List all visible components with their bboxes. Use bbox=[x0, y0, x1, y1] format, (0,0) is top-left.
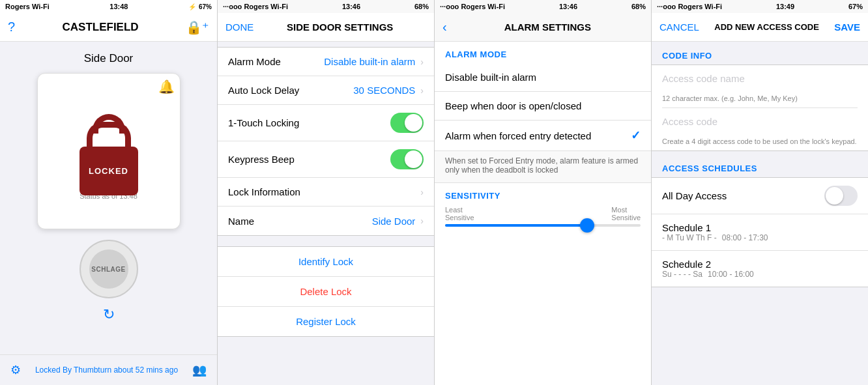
lock-content: Side Door 🔔 LOCKED Status as of 13:48 SC… bbox=[0, 42, 217, 354]
battery-1: 67% bbox=[199, 3, 212, 10]
nav-title-2: SIDE DOOR SETTINGS bbox=[253, 21, 426, 33]
nav-title-3: ALARM SETTINGS bbox=[452, 21, 643, 33]
back-button[interactable]: ‹ bbox=[442, 20, 447, 35]
sensitivity-header: SENSITIVITY bbox=[445, 191, 641, 201]
status-bar-left-1: Rogers Wi-Fi bbox=[5, 3, 50, 10]
one-touch-toggle[interactable] bbox=[390, 113, 424, 133]
time-1: 13:48 bbox=[109, 3, 128, 10]
sensitivity-most-label: MostSensitive bbox=[611, 206, 641, 221]
schedule-2-days: Su - - - - Sa bbox=[662, 270, 702, 279]
nav-title-4: ADD NEW ACCESS CODE bbox=[699, 22, 834, 32]
name-row[interactable]: Name Side Door › bbox=[218, 207, 434, 235]
lock-information-row[interactable]: Lock Information › bbox=[218, 178, 434, 207]
lock-keypad[interactable]: SCHLAGE bbox=[80, 240, 138, 298]
alarm-mode-row[interactable]: Alarm Mode Disable built-in alarm › bbox=[218, 48, 434, 76]
refresh-icon[interactable]: ↻ bbox=[103, 306, 115, 323]
alarm-note: When set to Forced Entry mode, alarm fea… bbox=[435, 151, 651, 183]
status-bar-right-1: ⚡ 67% bbox=[188, 3, 212, 10]
all-day-toggle-knob bbox=[826, 187, 843, 205]
sensitivity-slider-track bbox=[445, 224, 641, 227]
alarm-option-disable[interactable]: Disable built-in alarm bbox=[435, 63, 651, 92]
battery-2: 68% bbox=[414, 3, 429, 10]
schedule-1-info: Schedule 1 - M Tu W Th F - 08:00 - 17:30 bbox=[662, 222, 768, 242]
access-code-hint: Create a 4 digit access code to be used … bbox=[652, 135, 868, 150]
identify-lock-label: Identify Lock bbox=[298, 256, 353, 267]
identify-lock-button[interactable]: Identify Lock bbox=[218, 247, 434, 277]
auto-lock-chevron: › bbox=[420, 85, 424, 96]
lock-brand: SCHLAGE bbox=[89, 250, 128, 289]
settings-list: Alarm Mode Disable built-in alarm › Auto… bbox=[218, 47, 434, 236]
lock-state-text: LOCKED bbox=[89, 166, 128, 176]
alarm-selected-checkmark: ✓ bbox=[631, 128, 641, 143]
lock-status-text: Locked By Thumbturn about 52 mins ago bbox=[35, 365, 178, 375]
auto-lock-value: 30 SECONDS bbox=[353, 85, 415, 96]
char-max-hint: 12 character max. (e.g. John, Me, My Key… bbox=[652, 92, 868, 107]
nav-bar-3: ‹ ALARM SETTINGS bbox=[435, 13, 651, 42]
lock-body: LOCKED bbox=[80, 147, 138, 195]
code-info-header: CODE INFO bbox=[652, 42, 868, 64]
alarm-content: ALARM MODE Disable built-in alarm Beep w… bbox=[435, 42, 651, 385]
name-value: Side Door bbox=[372, 216, 416, 227]
alarm-mode-header: ALARM MODE bbox=[435, 42, 651, 63]
save-button[interactable]: SAVE bbox=[834, 21, 860, 33]
alarm-option-beep-label: Beep when door is open/closed bbox=[445, 100, 641, 111]
settings-icon[interactable]: ⚙ bbox=[10, 363, 21, 377]
carrier-3: ···ooo Rogers Wi-Fi bbox=[440, 3, 505, 10]
time-2: 13:46 bbox=[342, 3, 360, 10]
all-day-access-row[interactable]: All Day Access bbox=[652, 178, 868, 214]
schedule-1-time: 08:00 - 17:30 bbox=[722, 233, 768, 242]
add-lock-icon[interactable]: 🔒⁺ bbox=[186, 20, 209, 35]
alarm-mode-chevron: › bbox=[420, 57, 424, 67]
lock-card: 🔔 LOCKED Status as of 13:48 bbox=[37, 73, 181, 229]
alarm-option-beep[interactable]: Beep when door is open/closed bbox=[435, 92, 651, 121]
delete-lock-button[interactable]: Delete Lock bbox=[218, 277, 434, 307]
sensitivity-least-label: LeastSensitive bbox=[445, 206, 474, 221]
lock-status-panel: Rogers Wi-Fi 13:48 ⚡ 67% ? CASTLEFIELD 🔒… bbox=[0, 0, 217, 385]
access-code-name-input[interactable] bbox=[652, 65, 868, 92]
cancel-button[interactable]: CANCEL bbox=[659, 21, 699, 33]
battery-3: 68% bbox=[631, 3, 646, 10]
name-label: Name bbox=[228, 216, 372, 227]
schedule-1-row[interactable]: Schedule 1 - M Tu W Th F - 08:00 - 17:30 bbox=[652, 214, 868, 251]
lock-name: Side Door bbox=[84, 52, 134, 65]
auto-lock-label: Auto Lock Delay bbox=[228, 85, 353, 96]
nav-title-1: CASTLEFIELD bbox=[15, 21, 186, 34]
lock-information-label: Lock Information bbox=[228, 186, 420, 197]
status-bar-3: ···ooo Rogers Wi-Fi 13:46 68% bbox=[435, 0, 651, 13]
access-code-name-section: 12 character max. (e.g. John, Me, My Key… bbox=[652, 64, 868, 151]
schedule-list: All Day Access Schedule 1 - M Tu W Th F … bbox=[652, 177, 868, 287]
nav-bar-4: CANCEL ADD NEW ACCESS CODE SAVE bbox=[652, 13, 868, 42]
one-touch-label: 1-Touch Locking bbox=[228, 117, 390, 128]
access-code-input[interactable] bbox=[652, 108, 868, 135]
alarm-settings-panel: ···ooo Rogers Wi-Fi 13:46 68% ‹ ALARM SE… bbox=[434, 0, 651, 385]
alarm-option-forced[interactable]: Alarm when forced entry detected ✓ bbox=[435, 121, 651, 151]
lock-icon-container: LOCKED bbox=[66, 102, 151, 187]
people-icon[interactable]: 👥 bbox=[192, 363, 207, 377]
schedule-1-name: Schedule 1 bbox=[662, 222, 711, 233]
auto-lock-delay-row[interactable]: Auto Lock Delay 30 SECONDS › bbox=[218, 76, 434, 105]
alarm-option-disable-label: Disable built-in alarm bbox=[445, 72, 641, 83]
status-bar-4: ···ooo Rogers Wi-Fi 13:49 67% bbox=[652, 0, 868, 13]
one-touch-locking-row[interactable]: 1-Touch Locking bbox=[218, 105, 434, 141]
keypress-beep-toggle[interactable] bbox=[390, 149, 424, 169]
done-button[interactable]: DONE bbox=[225, 21, 253, 33]
status-bar-2: ···ooo Rogers Wi-Fi 13:46 68% bbox=[218, 0, 434, 13]
carrier-4: ···ooo Rogers Wi-Fi bbox=[657, 3, 722, 10]
sensitivity-labels: LeastSensitive MostSensitive bbox=[445, 206, 641, 221]
all-day-toggle[interactable] bbox=[824, 186, 858, 206]
bell-icon[interactable]: 🔔 bbox=[158, 79, 175, 94]
register-lock-button[interactable]: Register Lock bbox=[218, 307, 434, 336]
register-lock-label: Register Lock bbox=[296, 316, 356, 327]
schedule-2-row[interactable]: Schedule 2 Su - - - - Sa 10:00 - 16:00 bbox=[652, 251, 868, 287]
schedules-header: ACCESS SCHEDULES bbox=[652, 157, 868, 177]
bluetooth-icon-1: ⚡ bbox=[188, 3, 196, 10]
battery-4: 67% bbox=[848, 3, 863, 10]
schedule-1-days: - M Tu W Th F - bbox=[662, 233, 717, 242]
schedule-2-info: Schedule 2 Su - - - - Sa 10:00 - 16:00 bbox=[662, 259, 754, 279]
help-icon[interactable]: ? bbox=[8, 20, 15, 35]
keypress-beep-row[interactable]: Keypress Beep bbox=[218, 141, 434, 178]
lock-information-chevron: › bbox=[420, 187, 424, 197]
bottom-status: Locked By Thumbturn about 52 mins ago bbox=[35, 365, 178, 375]
time-3: 13:46 bbox=[559, 3, 577, 10]
sensitivity-slider-thumb[interactable] bbox=[580, 218, 594, 233]
